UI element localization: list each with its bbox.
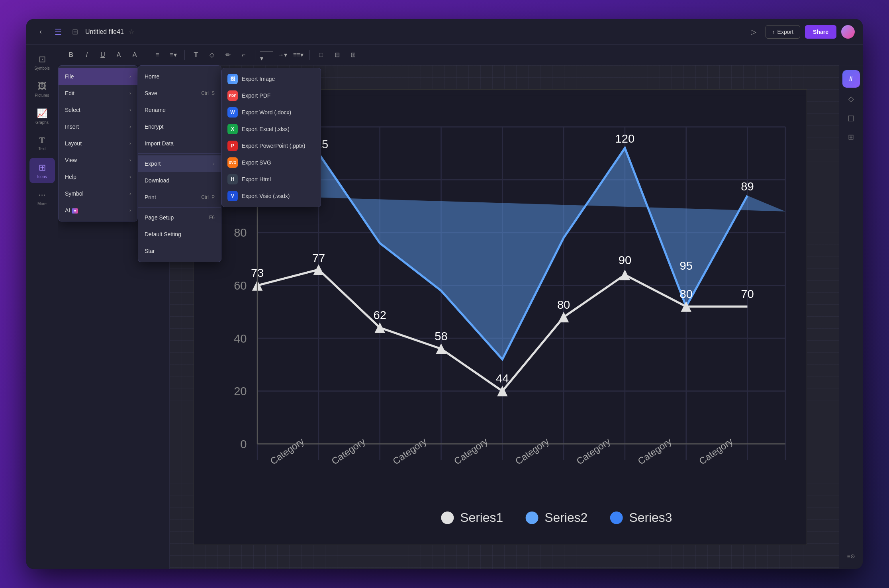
sidebar-item-icons[interactable]: ⊞ Icons — [29, 158, 55, 183]
export-ppt-label: Export PowerPoint (.pptx) — [242, 143, 305, 149]
export-html-icon: H — [227, 174, 238, 184]
pictures-label: Pictures — [35, 93, 49, 98]
more-label: More — [37, 202, 47, 206]
menu-ai[interactable]: AI ✦ › — [59, 202, 137, 219]
export-svg-label: Export SVG — [242, 159, 271, 166]
text-type-button[interactable]: T — [190, 49, 202, 61]
divider3 — [255, 50, 255, 60]
strikethrough-button[interactable]: A — [128, 49, 141, 61]
export-excel[interactable]: X Export Excel (.xlsx) — [222, 121, 321, 137]
submenu-print[interactable]: Print Ctrl+P — [138, 189, 221, 206]
graphs-label: Graphs — [35, 120, 49, 125]
left-sidebar: ⊡ Symbols 🖼 Pictures 📈 Graphs T Text ⊞ I… — [26, 45, 58, 569]
symbol-arrow: › — [129, 191, 131, 196]
view-label: View — [65, 157, 77, 163]
sidebar-item-text[interactable]: T Text — [29, 131, 55, 156]
graphs-icon: 📈 — [37, 108, 47, 119]
select-label: Select — [65, 107, 80, 113]
underline-button[interactable]: U — [96, 49, 109, 61]
export-html[interactable]: H Export Html — [222, 171, 321, 188]
submenu-encrypt[interactable]: Encrypt — [138, 118, 221, 135]
file-submenu: Home Save Ctrl+S Rename Encrypt — [138, 65, 221, 262]
export-submenu: 🖼 Export Image PDF Export PDF W Export W… — [221, 68, 321, 207]
submenu-save[interactable]: Save Ctrl+S — [138, 85, 221, 102]
file-arrow: › — [129, 74, 131, 79]
border-style-dropdown[interactable]: ≡≡▾ — [292, 49, 305, 61]
text-label: Text — [38, 147, 45, 151]
sidebar-item-more[interactable]: ··· More — [29, 185, 55, 210]
menu-select[interactable]: Select › — [59, 102, 137, 118]
pictures-icon: 🖼 — [38, 81, 47, 92]
export-button[interactable]: ↑ Export — [766, 25, 800, 39]
container-button[interactable]: □ — [315, 49, 327, 61]
edit-label: Edit — [65, 90, 74, 96]
share-button[interactable]: Share — [805, 25, 836, 39]
divider4 — [309, 50, 310, 60]
icons-label: Icons — [37, 174, 47, 179]
view-arrow: › — [129, 157, 131, 163]
bold-button[interactable]: B — [65, 49, 77, 61]
menu-view[interactable]: View › — [59, 152, 137, 169]
table-button[interactable]: ⊞ — [347, 49, 359, 61]
layout-arrow: › — [129, 141, 131, 146]
menu-symbol[interactable]: Symbol › — [59, 185, 137, 202]
star-icon[interactable]: ☆ — [129, 28, 134, 35]
submenu-divider1 — [138, 153, 221, 154]
play-button[interactable]: ▷ — [746, 25, 761, 39]
submenu-default[interactable]: Default Setting — [138, 226, 221, 243]
submenu-star[interactable]: Star — [138, 243, 221, 259]
divider1 — [146, 50, 146, 60]
pen-button[interactable]: ✏ — [221, 49, 234, 61]
sidebar-item-symbols[interactable]: ⊡ Symbols — [29, 49, 55, 75]
submenu-import[interactable]: Import Data — [138, 135, 221, 152]
menu-edit[interactable]: Edit › — [59, 85, 137, 102]
file-menu: File › Edit › Select › Insert — [58, 65, 138, 221]
export-word[interactable]: W Export Word (.docx) — [222, 104, 321, 121]
edit-arrow: › — [129, 90, 131, 96]
export-pdf[interactable]: PDF Export PDF — [222, 87, 321, 104]
export-ppt[interactable]: P Export PowerPoint (.pptx) — [222, 137, 321, 154]
swimlane-button[interactable]: ⊟ — [331, 49, 343, 61]
text-icon: T — [39, 136, 45, 145]
icons-icon: ⊞ — [39, 163, 46, 173]
export-icon: ↑ — [772, 29, 775, 35]
submenu-export[interactable]: Export › — [138, 155, 221, 172]
more-icon: ··· — [38, 190, 45, 200]
layout-label: Layout — [65, 140, 82, 147]
formatting-toolbar: B I U A A ≡ ≡▾ T ◇ ✏ ⌐ ——▾ →▾ ≡≡▾ □ ⊟ — [58, 45, 863, 65]
sidebar-item-graphs[interactable]: 📈 Graphs — [29, 104, 55, 129]
arrow-style-dropdown[interactable]: →▾ — [276, 49, 289, 61]
submenu-pagesetup[interactable]: Page Setup F6 — [138, 209, 221, 226]
export-pdf-label: Export PDF — [242, 92, 270, 99]
submenu-home[interactable]: Home — [138, 68, 221, 85]
export-image[interactable]: 🖼 Export Image — [222, 71, 321, 87]
app-window: ‹ ☰ ⊟ Untitled file41 ☆ ▷ ↑ Export Share… — [26, 19, 863, 569]
menu-help[interactable]: Help › — [59, 169, 137, 185]
export-image-icon: 🖼 — [227, 74, 238, 84]
export-word-label: Export Word (.docx) — [242, 109, 291, 116]
symbol-label: Symbol — [65, 190, 84, 197]
submenu-rename[interactable]: Rename — [138, 102, 221, 118]
export-ppt-icon: P — [227, 141, 238, 151]
export-svg[interactable]: SVG Export SVG — [222, 154, 321, 171]
symbols-icon: ⊡ — [39, 54, 46, 65]
align-dropdown-button[interactable]: ≡▾ — [167, 49, 180, 61]
connector-button[interactable]: ⌐ — [237, 49, 250, 61]
menu-insert[interactable]: Insert › — [59, 118, 137, 135]
menu-layout[interactable]: Layout › — [59, 135, 137, 152]
line-style-dropdown[interactable]: ——▾ — [260, 49, 273, 61]
help-label: Help — [65, 174, 76, 180]
font-color-button[interactable]: A — [112, 49, 125, 61]
align-left-button[interactable]: ≡ — [151, 49, 164, 61]
submenu-download[interactable]: Download — [138, 172, 221, 189]
insert-arrow: › — [129, 124, 131, 129]
back-button[interactable]: ‹ — [34, 25, 47, 38]
document-title: Untitled file41 — [85, 28, 124, 35]
dropdown-overlay: File › Edit › Select › Insert — [58, 65, 863, 569]
sidebar-item-pictures[interactable]: 🖼 Pictures — [29, 76, 55, 102]
menu-button[interactable]: ☰ — [52, 25, 65, 38]
shape-button[interactable]: ◇ — [206, 49, 218, 61]
export-visio[interactable]: V Export Visio (.vsdx) — [222, 188, 321, 204]
italic-button[interactable]: I — [80, 49, 93, 61]
menu-file[interactable]: File › — [59, 68, 137, 85]
